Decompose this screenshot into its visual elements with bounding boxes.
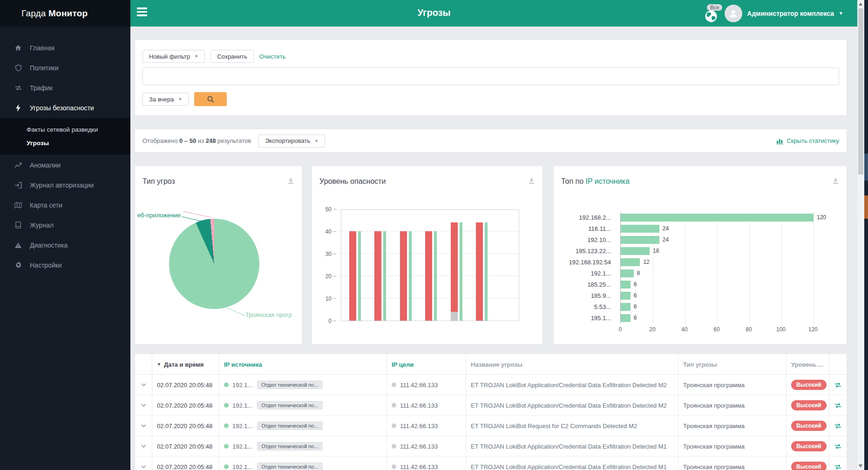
severity-level-card: Уровень опасности 01020304050 — [312, 166, 542, 344]
pie-label-trojan: Троянская прогр — [245, 311, 292, 318]
sidebar-item-settings[interactable]: Настройки — [0, 255, 130, 275]
sidebar-item-network-map[interactable]: Карта сети — [0, 195, 130, 215]
header-threat-name[interactable]: Название угрозы — [466, 354, 678, 375]
row-expand-chevron[interactable] — [135, 436, 152, 457]
sidebar-item-journal[interactable]: Журнал — [0, 215, 130, 235]
hide-statistics-link[interactable]: Скрыть статистику — [776, 137, 839, 144]
sidebar-item-policies[interactable]: Политики — [0, 58, 130, 78]
sidebar-subitem-threats[interactable]: Угрозы — [0, 136, 130, 150]
row-date: 02.07.2020 20:05:48 — [152, 457, 219, 470]
download-icon[interactable] — [832, 177, 839, 186]
header-severity[interactable]: Уровень ... — [786, 354, 829, 375]
department-chip: Отдел технической по... — [257, 463, 322, 470]
flow-details-icon[interactable] — [829, 416, 847, 436]
severity-bar-chart — [341, 209, 519, 321]
sidebar-item-home[interactable]: Главная — [0, 38, 130, 58]
sidebar-item-label: Журнал авторизации — [30, 181, 94, 189]
severity-badge: Высокий — [791, 441, 827, 451]
source-ip-link[interactable]: IP источника — [586, 177, 630, 185]
source-ip-dot — [224, 403, 229, 408]
logo-bold: Монитор — [48, 8, 88, 18]
globe-icon — [704, 9, 718, 23]
card-title: Уровень опасности — [319, 177, 386, 186]
flow-details-icon[interactable] — [829, 375, 847, 395]
scrollbar-thumb[interactable] — [858, 8, 863, 175]
caret-down-icon: ▼ — [194, 54, 198, 59]
row-severity: Высокий — [786, 375, 829, 395]
page-title: Угрозы — [417, 7, 450, 18]
download-icon[interactable] — [287, 177, 294, 186]
table-row: 02.07.2020 20:05:48 192.1...Отдел технич… — [135, 395, 847, 416]
header-expand-column — [135, 354, 152, 375]
page-scrollbar[interactable] — [857, 0, 864, 470]
row-threat-name: ET TROJAN LokiBot Application/Credential… — [466, 436, 678, 457]
row-source-ip: 192.1...Отдел технической по... — [219, 436, 387, 457]
hamburger-menu-icon[interactable] — [137, 7, 148, 19]
row-expand-chevron[interactable] — [135, 416, 152, 436]
row-date: 02.07.2020 20:05:48 — [152, 395, 219, 416]
sidebar-item-label: Журнал — [30, 222, 54, 229]
card-title: Тип угроз — [142, 177, 175, 186]
row-expand-chevron[interactable] — [135, 375, 152, 395]
clear-filter-link[interactable]: Очистить — [259, 53, 286, 60]
filter-panel: Новый фильтр▼ Сохранить Очистить За вчер… — [135, 40, 847, 115]
chevron-down-icon[interactable]: ▼ — [839, 11, 843, 16]
save-filter-button[interactable]: Сохранить — [210, 50, 254, 63]
row-date: 02.07.2020 20:05:48 — [152, 416, 219, 436]
row-threat-name: ET TROJAN LokiBot Application/Credential… — [466, 375, 678, 395]
download-icon[interactable] — [528, 177, 535, 186]
period-dropdown[interactable]: За вчера▼ — [142, 93, 189, 106]
flow-details-icon[interactable] — [829, 395, 847, 416]
sidebar-item-security-threats[interactable]: Угрозы безопасности — [0, 98, 130, 118]
department-chip: Отдел технической по... — [257, 381, 322, 389]
shield-icon — [14, 64, 22, 72]
results-total: 248 — [206, 137, 216, 144]
pie-leader-line — [183, 211, 212, 218]
scroll-up-arrow[interactable] — [859, 2, 862, 6]
department-chip: Отдел технической по... — [257, 422, 322, 430]
department-chip: Отдел технической по... — [257, 401, 322, 410]
row-expand-chevron[interactable] — [135, 395, 152, 416]
search-button[interactable] — [194, 92, 227, 106]
export-dropdown[interactable]: Экспортировать▼ — [258, 134, 325, 148]
scroll-down-arrow[interactable] — [859, 464, 862, 468]
flow-details-icon[interactable] — [829, 457, 847, 470]
row-severity: Высокий — [786, 436, 829, 457]
sidebar-item-auth-log[interactable]: Журнал авторизации — [0, 175, 130, 195]
header-source-ip[interactable]: IP источника — [219, 354, 387, 375]
sidebar-item-label: Главная — [30, 44, 54, 52]
row-threat-type: Троянская программа — [678, 457, 786, 470]
row-severity: Высокий — [786, 457, 829, 470]
header-date[interactable]: ▼Дата и время — [152, 354, 219, 375]
header-target-ip[interactable]: IP цели — [387, 354, 466, 375]
export-label: Экспортировать — [265, 137, 310, 144]
source-ip-dot — [224, 464, 229, 469]
x-axis-labels: 020406080100120 — [620, 326, 825, 334]
sidebar-item-traffic[interactable]: Трафик — [0, 78, 130, 98]
sidebar-item-label: Диагностика — [30, 242, 68, 249]
row-expand-chevron[interactable] — [135, 457, 152, 470]
map-icon — [14, 202, 22, 208]
filter-query-input[interactable] — [142, 67, 839, 85]
row-severity: Высокий — [786, 416, 829, 436]
header-threat-type[interactable]: Тип угрозы — [678, 354, 786, 375]
save-label: Сохранить — [217, 53, 247, 60]
top-ip-bar-chart: 1202424181286666 — [620, 212, 813, 323]
severity-badge: Высокий — [791, 380, 827, 390]
new-filter-dropdown[interactable]: Новый фильтр▼ — [142, 50, 205, 63]
sidebar-item-label: Трафик — [30, 84, 53, 92]
sidebar-item-diagnostics[interactable]: Диагностика — [0, 235, 130, 255]
row-source-ip: 192.1...Отдел технической по... — [219, 375, 387, 395]
row-threat-type: Троянская программа — [678, 375, 786, 395]
sidebar-item-anomalies[interactable]: Аномалии — [0, 155, 130, 175]
scope-globe-button[interactable]: Все — [704, 4, 720, 23]
avatar[interactable] — [725, 5, 742, 22]
lightning-icon — [14, 104, 22, 112]
sidebar-subitem-recon-facts[interactable]: Факты сетевой разведки — [0, 123, 130, 136]
row-target-ip: 111.42.66.133 — [387, 457, 466, 470]
user-icon — [728, 8, 739, 19]
flow-details-icon[interactable] — [829, 436, 847, 457]
user-menu[interactable]: Администратор комплекса — [747, 10, 834, 17]
pie-leader-line — [226, 307, 246, 316]
caret-down-icon: ▼ — [178, 97, 182, 101]
